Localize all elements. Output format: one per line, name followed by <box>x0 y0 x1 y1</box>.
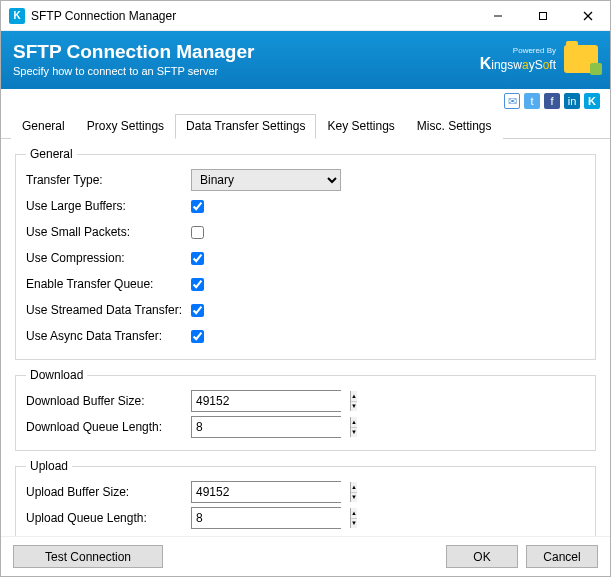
email-icon[interactable]: ✉ <box>504 93 520 109</box>
upload-queue-stepper[interactable]: ▲▼ <box>191 507 341 529</box>
use-streamed-checkbox[interactable] <box>191 304 204 317</box>
use-small-packets-label: Use Small Packets: <box>26 225 191 239</box>
maximize-icon <box>538 11 548 21</box>
header-banner: SFTP Connection Manager Specify how to c… <box>1 31 610 89</box>
header-subtitle: Specify how to connect to an SFTP server <box>13 65 480 77</box>
spin-down-icon[interactable]: ▼ <box>351 519 357 529</box>
spin-up-icon[interactable]: ▲ <box>351 417 357 428</box>
close-icon <box>583 11 593 21</box>
download-buffer-stepper[interactable]: ▲▼ <box>191 390 341 412</box>
tab-key-settings[interactable]: Key Settings <box>316 114 405 139</box>
enable-transfer-queue-label: Enable Transfer Queue: <box>26 277 191 291</box>
use-compression-checkbox[interactable] <box>191 252 204 265</box>
linkedin-icon[interactable]: in <box>564 93 580 109</box>
test-connection-button[interactable]: Test Connection <box>13 545 163 568</box>
download-buffer-label: Download Buffer Size: <box>26 394 191 408</box>
use-streamed-label: Use Streamed Data Transfer: <box>26 303 191 317</box>
spin-up-icon[interactable]: ▲ <box>351 482 357 493</box>
close-button[interactable] <box>565 1 610 31</box>
transfer-type-select[interactable]: Binary <box>191 169 341 191</box>
spin-down-icon[interactable]: ▼ <box>351 493 357 503</box>
window-title: SFTP Connection Manager <box>31 9 475 23</box>
app-icon: K <box>9 8 25 24</box>
powered-by-label: Powered By <box>480 46 556 55</box>
upload-buffer-input[interactable] <box>192 482 350 502</box>
spin-up-icon[interactable]: ▲ <box>351 508 357 519</box>
spin-down-icon[interactable]: ▼ <box>351 402 357 412</box>
use-async-label: Use Async Data Transfer: <box>26 329 191 343</box>
titlebar: K SFTP Connection Manager <box>1 1 610 31</box>
tab-strip: General Proxy Settings Data Transfer Set… <box>1 113 610 139</box>
tab-misc-settings[interactable]: Misc. Settings <box>406 114 503 139</box>
cancel-button[interactable]: Cancel <box>526 545 598 568</box>
tab-body: General Transfer Type: Binary Use Large … <box>1 139 610 536</box>
download-queue-label: Download Queue Length: <box>26 420 191 434</box>
group-download: Download Download Buffer Size: ▲▼ Downlo… <box>15 368 596 451</box>
minimize-icon <box>493 11 503 21</box>
tab-proxy-settings[interactable]: Proxy Settings <box>76 114 175 139</box>
use-async-checkbox[interactable] <box>191 330 204 343</box>
kingswaysoft-icon[interactable]: K <box>584 93 600 109</box>
upload-queue-input[interactable] <box>192 508 350 528</box>
use-large-buffers-checkbox[interactable] <box>191 200 204 213</box>
folder-lock-icon <box>564 45 598 73</box>
dialog-footer: Test Connection OK Cancel <box>1 536 610 576</box>
download-queue-input[interactable] <box>192 417 350 437</box>
upload-buffer-label: Upload Buffer Size: <box>26 485 191 499</box>
svg-rect-1 <box>539 12 546 19</box>
twitter-icon[interactable]: t <box>524 93 540 109</box>
group-general: General Transfer Type: Binary Use Large … <box>15 147 596 360</box>
upload-queue-label: Upload Queue Length: <box>26 511 191 525</box>
tab-general[interactable]: General <box>11 114 76 139</box>
group-upload: Upload Upload Buffer Size: ▲▼ Upload Que… <box>15 459 596 536</box>
download-buffer-input[interactable] <box>192 391 350 411</box>
download-queue-stepper[interactable]: ▲▼ <box>191 416 341 438</box>
dialog-window: K SFTP Connection Manager SFTP Connectio… <box>0 0 611 577</box>
minimize-button[interactable] <box>475 1 520 31</box>
spin-down-icon[interactable]: ▼ <box>351 428 357 438</box>
facebook-icon[interactable]: f <box>544 93 560 109</box>
group-upload-legend: Upload <box>26 459 72 473</box>
use-compression-label: Use Compression: <box>26 251 191 265</box>
use-small-packets-checkbox[interactable] <box>191 226 204 239</box>
group-download-legend: Download <box>26 368 87 382</box>
social-row: ✉ t f in K <box>1 89 610 111</box>
kingswaysoft-logo: Powered By KingswaySoft <box>480 46 556 73</box>
ok-button[interactable]: OK <box>446 545 518 568</box>
enable-transfer-queue-checkbox[interactable] <box>191 278 204 291</box>
group-general-legend: General <box>26 147 77 161</box>
tab-data-transfer-settings[interactable]: Data Transfer Settings <box>175 114 316 139</box>
spin-up-icon[interactable]: ▲ <box>351 391 357 402</box>
header-title: SFTP Connection Manager <box>13 41 480 63</box>
maximize-button[interactable] <box>520 1 565 31</box>
use-large-buffers-label: Use Large Buffers: <box>26 199 191 213</box>
transfer-type-label: Transfer Type: <box>26 173 191 187</box>
upload-buffer-stepper[interactable]: ▲▼ <box>191 481 341 503</box>
